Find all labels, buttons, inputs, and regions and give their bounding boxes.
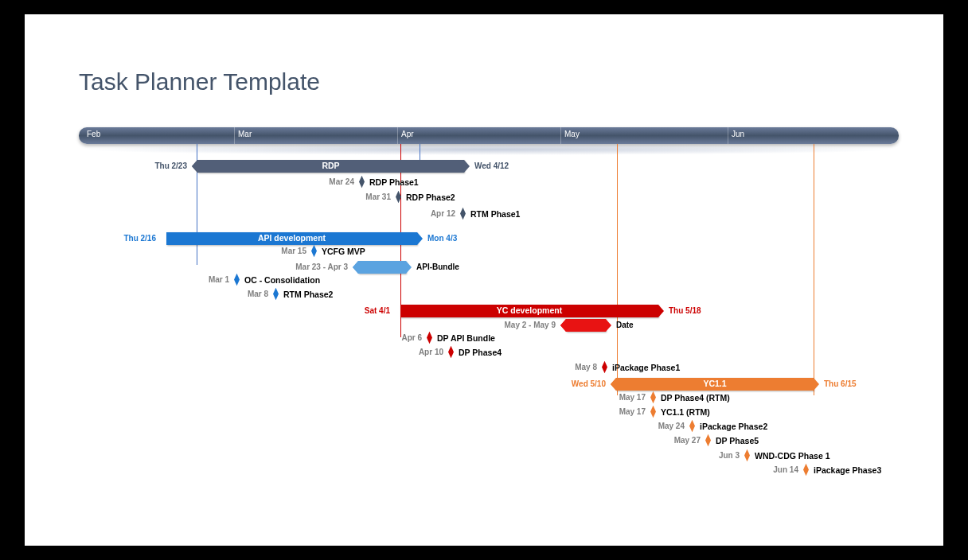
track-apib: API-BundleMar 23 - Apr 3 <box>358 261 406 274</box>
svg-marker-4 <box>234 274 240 286</box>
svg-marker-7 <box>448 346 454 358</box>
track-yc11: YC1.1Wed 5/10Thu 6/15 <box>616 378 814 391</box>
arrow-left-icon <box>611 378 616 391</box>
track-left-date: May 2 - May 9 <box>505 321 556 329</box>
milestone-date: Mar 24 <box>329 177 354 186</box>
milestone-date: May 24 <box>658 422 685 430</box>
track-yc: YC developmentSat 4/1Thu 5/18 <box>400 305 658 317</box>
milestone-text: iPackage Phase2 <box>700 422 767 431</box>
month-label: Apr <box>401 130 414 138</box>
diamond-icon <box>311 245 317 257</box>
end-date: Wed 4/12 <box>474 161 509 170</box>
svg-marker-10 <box>650 406 656 418</box>
diamond-icon <box>460 208 466 220</box>
milestone: Jun 3WND-CDG Phase 1 <box>744 451 750 463</box>
start-date: Wed 5/10 <box>572 379 606 388</box>
track-label: API development <box>166 233 417 243</box>
diamond-icon <box>650 406 656 418</box>
milestone-date: Mar 8 <box>248 290 268 298</box>
milestone-text: RTM Phase1 <box>470 209 520 219</box>
milestone-date: May 8 <box>575 363 597 371</box>
track-rdp: RDPThu 2/23Wed 4/12 <box>197 160 464 173</box>
milestone: Mar 8RTM Phase2 <box>273 290 279 301</box>
diamond-icon <box>273 288 279 300</box>
arrow-right-icon <box>406 261 412 274</box>
milestone: May 17DP Phase4 (RTM) <box>650 393 656 405</box>
diamond-icon <box>803 464 809 476</box>
month-label: Feb <box>87 130 100 138</box>
slide: Task Planner Template FebMarAprMayJun RD… <box>25 14 943 546</box>
svg-marker-14 <box>803 464 809 476</box>
arrow-right-icon <box>417 232 423 245</box>
milestone-text: DP Phase5 <box>716 436 759 445</box>
track-left-date: Mar 23 - Apr 3 <box>295 262 348 271</box>
milestone-text: YC1.1 (RTM) <box>661 407 710 417</box>
month-label: Mar <box>238 130 252 138</box>
svg-marker-3 <box>311 245 317 257</box>
milestone-date: May 17 <box>619 407 646 416</box>
arrow-right-icon <box>464 160 470 173</box>
milestone: May 24iPackage Phase2 <box>689 422 695 434</box>
milestone-date: Jun 14 <box>773 465 798 474</box>
milestone-text: WND-CDG Phase 1 <box>755 451 830 461</box>
svg-marker-6 <box>427 332 432 344</box>
start-date: Thu 2/16 <box>123 234 156 243</box>
timeline-container: FebMarAprMayJun RDPThu 2/23Wed 4/12API d… <box>79 127 899 525</box>
milestone: Apr 10DP Phase4 <box>448 348 454 360</box>
arrow-left-icon <box>560 319 566 332</box>
month-label: Jun <box>732 130 744 138</box>
milestone: Apr 12RTM Phase1 <box>460 209 466 221</box>
svg-marker-2 <box>460 208 466 220</box>
milestone-date: Mar 31 <box>365 192 391 201</box>
arrow-right-icon <box>658 305 664 317</box>
track-label: YC development <box>400 305 658 315</box>
svg-marker-8 <box>602 361 607 373</box>
milestone-date: May 17 <box>619 393 646 402</box>
diamond-icon <box>705 434 711 446</box>
milestone: May 27DP Phase5 <box>705 436 711 448</box>
milestone-text: RDP Phase1 <box>369 177 419 187</box>
milestone-date: Apr 10 <box>419 348 443 356</box>
milestone: May 17YC1.1 (RTM) <box>650 407 656 419</box>
diamond-icon <box>396 191 401 203</box>
milestone-date: Apr 12 <box>431 209 455 218</box>
milestone-text: DP Phase4 <box>459 348 502 357</box>
diamond-icon <box>448 346 454 358</box>
start-date: Sat 4/1 <box>365 306 390 315</box>
milestone: Jun 14iPackage Phase3 <box>803 465 809 477</box>
milestone-text: RDP Phase2 <box>406 192 455 202</box>
time-bar-glow <box>79 144 899 155</box>
page-title: Task Planner Template <box>79 68 320 95</box>
svg-marker-12 <box>705 434 711 446</box>
gridline <box>814 144 814 395</box>
milestone-text: DP Phase4 (RTM) <box>661 393 730 402</box>
milestone-text: RTM Phase2 <box>283 290 333 299</box>
arrow-right-icon <box>814 378 819 391</box>
milestone-date: May 27 <box>674 436 701 445</box>
svg-marker-1 <box>396 191 401 203</box>
milestone: Apr 6DP API Bundle <box>427 333 432 345</box>
milestone: May 8iPackage Phase1 <box>602 363 607 375</box>
svg-marker-11 <box>689 420 695 432</box>
milestone: Mar 24RDP Phase1 <box>359 177 365 189</box>
arrow-left-icon <box>192 160 197 173</box>
svg-marker-9 <box>650 391 656 403</box>
milestone-text: iPackage Phase3 <box>814 465 881 475</box>
end-date: Thu 6/15 <box>824 379 857 388</box>
milestone-text: OC - Consolidation <box>244 275 320 285</box>
track-right-text: Date <box>616 321 634 329</box>
milestone-text: iPackage Phase1 <box>612 363 680 372</box>
diamond-icon <box>689 420 695 432</box>
diamond-icon <box>234 274 240 286</box>
track-label: RDP <box>197 161 464 170</box>
diamond-icon <box>744 449 750 461</box>
milestone: Mar 31RDP Phase2 <box>396 192 401 204</box>
svg-marker-5 <box>273 288 279 300</box>
diamond-icon <box>427 332 432 344</box>
svg-marker-0 <box>359 176 365 188</box>
milestone-date: Mar 15 <box>281 247 306 255</box>
start-date: Thu 2/23 <box>154 161 187 170</box>
arrow-right-icon <box>606 319 611 332</box>
milestone-date: Apr 6 <box>401 333 422 342</box>
arrow-left-icon <box>353 261 358 274</box>
